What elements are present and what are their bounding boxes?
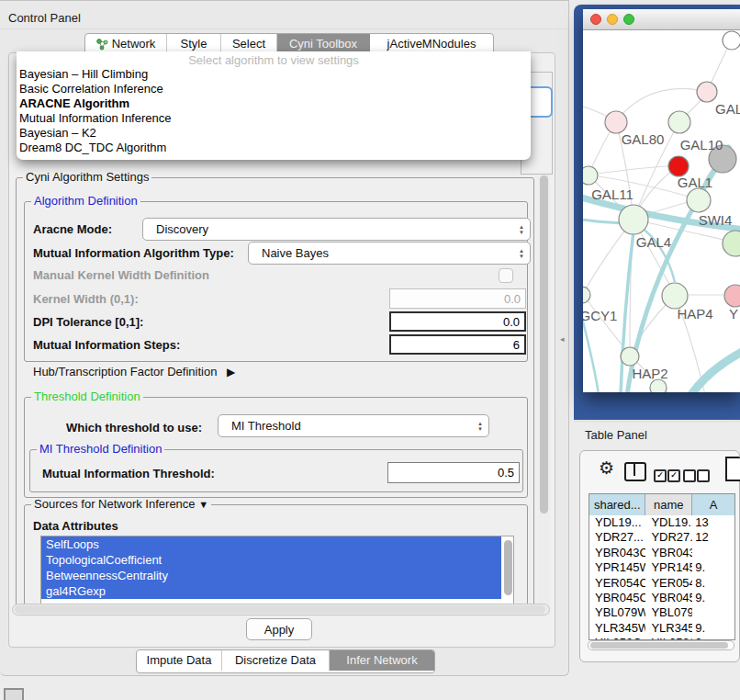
- dropdown-option[interactable]: Bayesian – K2: [17, 126, 531, 141]
- table-settings-gear-icon[interactable]: ⚙: [599, 457, 614, 479]
- close-traffic-light-icon[interactable]: [590, 14, 601, 25]
- column-header-shared-name[interactable]: shared...: [589, 494, 645, 515]
- column-header-name[interactable]: name: [645, 494, 692, 515]
- node-bottom[interactable]: [650, 379, 667, 392]
- sources-title-row[interactable]: Sources for Network Inference ▼: [31, 498, 211, 511]
- table-panel-title: Table Panel: [574, 421, 740, 448]
- network-graph: GAL80 GAL10 GAL1 GAL11 SWI4 GAL4 GCY1 HA…: [583, 30, 740, 392]
- attribute-item[interactable]: SelfLoops: [41, 536, 501, 552]
- table-row[interactable]: YER054CYER054C8.: [589, 576, 734, 591]
- zoom-traffic-light-icon[interactable]: [623, 14, 634, 25]
- mi-threshold-input[interactable]: [387, 462, 520, 483]
- scrollbar-thumb[interactable]: [590, 642, 728, 649]
- scrollbar-thumb[interactable]: [15, 605, 545, 614]
- table-row[interactable]: YBR043CYBR043C: [589, 546, 734, 560]
- table-row[interactable]: YPR145WYPR145W9.: [589, 560, 734, 575]
- algorithm-dropdown-list: Select algorithm to view settings Bayesi…: [17, 51, 531, 160]
- mi-type-select[interactable]: Naive Bayes ▲▼: [248, 242, 531, 265]
- attribute-item[interactable]: gal4RGexp: [41, 583, 501, 599]
- node-red[interactable]: [668, 156, 689, 176]
- select-all-icon[interactable]: ✓: [654, 469, 667, 482]
- network-view-window: GAL80 GAL10 GAL1 GAL11 SWI4 GAL4 GCY1 HA…: [583, 9, 740, 392]
- combo-stepper-icon: ▲▼: [513, 248, 530, 259]
- kernel-width-label: Kernel Width (0,1):: [33, 290, 139, 309]
- manual-kernel-checkbox[interactable]: [499, 268, 513, 283]
- table-horizontal-scrollbar[interactable]: [588, 640, 734, 650]
- tab-impute-data[interactable]: Impute Data: [137, 650, 222, 671]
- scrollbar-thumb[interactable]: [540, 175, 548, 514]
- mi-steps-label: Mutual Information Steps:: [33, 336, 180, 355]
- deselect-all-icon[interactable]: [697, 469, 710, 482]
- apply-button[interactable]: Apply: [246, 618, 312, 640]
- node-gal7[interactable]: [697, 82, 717, 102]
- node-gal1[interactable]: [687, 188, 711, 212]
- hub-definition-toggle[interactable]: Hub/Transcription Factor Definition ▶: [33, 365, 235, 378]
- dpi-tolerance-input[interactable]: [389, 311, 526, 332]
- kernel-width-input[interactable]: [389, 288, 526, 309]
- node-gal11[interactable]: [583, 166, 598, 185]
- dropdown-hint: Select algorithm to view settings: [17, 53, 531, 67]
- cyni-algorithm-settings-title: Cyni Algorithm Settings: [23, 171, 151, 184]
- node-swi4[interactable]: [723, 231, 740, 256]
- table-row[interactable]: YDL19...YDL19...13: [589, 515, 734, 530]
- network-canvas[interactable]: GAL80 GAL10 GAL1 GAL11 SWI4 GAL4 GCY1 HA…: [583, 30, 740, 392]
- table-header-row: shared... name A: [589, 494, 734, 515]
- list-scrollbar-thumb[interactable]: [504, 540, 512, 595]
- dropdown-option[interactable]: Mutual Information Inference: [17, 111, 531, 126]
- settings-horizontal-scrollbar[interactable]: [12, 604, 550, 615]
- aracne-mode-label: Aracne Mode:: [33, 219, 112, 241]
- node-gcy1[interactable]: [583, 287, 590, 303]
- which-threshold-label: Which threshold to use:: [66, 416, 202, 439]
- node-hap2[interactable]: [621, 347, 639, 366]
- panel-collapse-icon[interactable]: ◂: [560, 334, 565, 344]
- attribute-item[interactable]: TopologicalCoefficient: [41, 552, 501, 568]
- table-row[interactable]: YLR345WYLR345W9.: [589, 621, 734, 636]
- cyni-bottom-tabbar: Impute Data Discretize Data Infer Networ…: [136, 649, 435, 673]
- expand-right-icon: ▶: [227, 366, 235, 378]
- combo-stepper-icon: ▲▼: [513, 224, 530, 235]
- node-gal80[interactable]: [605, 111, 627, 133]
- screen: Control Panel ✕ Network Style Select Cyn…: [0, 0, 740, 700]
- tab-discretize-data-label: Discretize Data: [235, 650, 316, 671]
- tab-infer-network[interactable]: Infer Network: [330, 650, 434, 671]
- node-hap4[interactable]: [662, 283, 688, 309]
- column-header-clipped[interactable]: A: [692, 494, 734, 515]
- control-panel-title: Control Panel: [0, 7, 568, 29]
- mi-steps-input[interactable]: [389, 334, 526, 355]
- mi-type-value: Naive Bayes: [249, 246, 513, 260]
- dropdown-option-selected[interactable]: ARACNE Algorithm: [17, 96, 531, 111]
- node-outline[interactable]: [723, 31, 740, 50]
- aracne-mode-select[interactable]: Discovery ▲▼: [142, 218, 531, 241]
- tab-impute-data-label: Impute Data: [147, 650, 212, 671]
- attribute-item[interactable]: BetweennessCentrality: [41, 568, 501, 583]
- label-gal4: GAL4: [636, 234, 671, 250]
- settings-vertical-scrollbar[interactable]: [538, 171, 550, 604]
- tab-discretize-data[interactable]: Discretize Data: [222, 650, 330, 671]
- node-attribute-table: shared... name A YDL19...YDL19...13 YDR2…: [589, 493, 735, 640]
- label-gal1: GAL1: [678, 175, 712, 190]
- combo-stepper-icon: ▲▼: [472, 421, 488, 432]
- node-gal10[interactable]: [668, 111, 690, 133]
- table-row[interactable]: YDR27...YDR27...12: [589, 530, 734, 545]
- algorithm-definition-title: Algorithm Definition: [31, 195, 140, 208]
- dropdown-option[interactable]: Basic Correlation Inference: [17, 82, 531, 96]
- select-all-icon[interactable]: ✓: [667, 469, 680, 482]
- node-y[interactable]: [724, 285, 740, 307]
- deselect-all-icon[interactable]: [683, 469, 696, 482]
- dropdown-option[interactable]: Dream8 DC_TDC Algorithm: [17, 141, 531, 155]
- dock-panel-icon[interactable]: [4, 688, 24, 700]
- threshold-definition-title: Threshold Definition: [31, 390, 143, 403]
- table-row[interactable]: YBL079WYBL079W: [589, 605, 734, 620]
- new-table-document-icon[interactable]: [725, 457, 740, 481]
- network-window-titlebar[interactable]: [583, 9, 740, 30]
- which-threshold-value: MI Threshold: [219, 419, 472, 433]
- node-gal4[interactable]: [619, 205, 648, 234]
- column-layout-icon[interactable]: [624, 462, 646, 481]
- cyni-settings-scrollarea: Cyni Algorithm Settings Algorithm Defini…: [12, 171, 537, 604]
- which-threshold-select[interactable]: MI Threshold ▲▼: [218, 414, 489, 437]
- mi-threshold-label: Mutual Information Threshold:: [42, 463, 215, 485]
- table-row[interactable]: YBR045CYBR045C9.: [589, 591, 734, 605]
- dpi-tolerance-label: DPI Tolerance [0,1]:: [33, 313, 143, 332]
- dropdown-option[interactable]: Bayesian – Hill Climbing: [17, 67, 531, 82]
- minimize-traffic-light-icon[interactable]: [607, 14, 618, 25]
